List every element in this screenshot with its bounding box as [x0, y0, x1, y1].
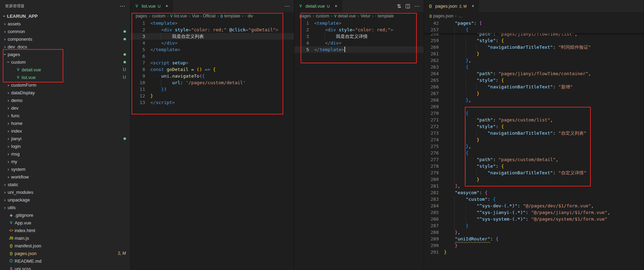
code-editor[interactable]: 42 "pages": [257 {258 "path": "pages/jia…	[424, 20, 644, 270]
code-line[interactable]: 11 })	[130, 86, 294, 93]
split-icon[interactable]	[406, 4, 410, 8]
code-line[interactable]: 6	[130, 53, 294, 59]
code-line[interactable]: 266 "navigationBarTitleText": "新增"	[424, 84, 644, 90]
code-line[interactable]: 13</script>	[130, 99, 294, 106]
code-line[interactable]: 289 "uniIdRouter": {	[424, 236, 644, 242]
more-icon[interactable]: ⋯	[414, 3, 420, 9]
tree-item-detail.vue[interactable]: Vdetail.vueU	[0, 66, 130, 73]
tree-item-assets[interactable]: ›assets	[0, 20, 130, 27]
code-line[interactable]: 279 "navigationBarTitleText": "自定义详情"	[424, 169, 644, 176]
code-line[interactable]: 278 "style": {	[424, 163, 644, 169]
code-line[interactable]: 267 }	[424, 90, 644, 97]
code-line[interactable]: 3 我是自定义详情	[294, 33, 424, 40]
tree-item-my[interactable]: ›my	[0, 158, 130, 165]
code-line[interactable]: 3 我是自定义列表	[130, 33, 294, 40]
tree-item-.gitignore[interactable]: ◆.gitignore	[0, 211, 130, 219]
code-line[interactable]: 12}	[130, 93, 294, 99]
tree-item-workflow[interactable]: ›workflow	[0, 173, 130, 181]
code-line[interactable]: 273 "navigationBarTitleText": "自定义列表"	[424, 130, 644, 136]
tree-item-uni.scss[interactable]: Suni.scss	[0, 265, 130, 270]
code-line[interactable]: 287 }	[424, 222, 644, 229]
code-line[interactable]: 284 "^sys-dev-(.*)": "@/pages/dev/$1/for…	[424, 202, 644, 209]
code-line[interactable]: 7<script setup>	[130, 59, 294, 66]
tree-item-msg[interactable]: ›msg	[0, 150, 130, 158]
tree-item-main.js[interactable]: JSmain.js	[0, 234, 130, 242]
tree-item-App.vue[interactable]: VApp.vue	[0, 219, 130, 227]
breadcrumb-item[interactable]: {}pages.json	[429, 14, 453, 18]
code-line[interactable]: 277 "path": "pages/custom/detail",	[424, 156, 644, 163]
project-root-row[interactable]: › LEARUN_APP	[0, 12, 130, 20]
tree-item-components[interactable]: ›components	[0, 35, 130, 43]
code-line[interactable]: 281 ],	[424, 183, 644, 189]
code-line[interactable]: 42 "pages": [	[424, 20, 644, 26]
code-line[interactable]: 263 {	[424, 64, 644, 70]
more-actions-icon[interactable]: ⋯	[120, 3, 125, 9]
tree-item-dev_docs[interactable]: ›dev_docs	[0, 43, 130, 50]
tree-item-uni_modules[interactable]: ›uni_modules	[0, 188, 130, 196]
tree-item-system[interactable]: ›system	[0, 165, 130, 173]
code-line[interactable]: 4 </div>	[294, 40, 424, 46]
breadcrumb-item[interactable]: custom	[316, 14, 329, 18]
code-editor[interactable]: 1<template>2 <div style="color: red;">3 …	[294, 20, 424, 270]
tree-item-pages[interactable]: ›pages	[0, 50, 130, 58]
tab-detail-vue[interactable]: Vdetail.vueU×	[294, 0, 343, 12]
code-line[interactable]: 288 },	[424, 229, 644, 236]
code-line[interactable]: 275 },	[424, 143, 644, 150]
code-line[interactable]: 282 "easycom": {	[424, 189, 644, 196]
code-line[interactable]: 8const goDetail = () => {	[130, 66, 294, 73]
breadcrumb-item[interactable]: pages	[300, 14, 311, 18]
breadcrumb-item[interactable]: pages	[136, 14, 147, 18]
code-line[interactable]: 285 "^sys-jianyi-(.*)": "@/pages/jianyi/…	[424, 209, 644, 216]
tree-item-index.html[interactable]: <>index.html	[0, 227, 130, 234]
code-line[interactable]: 5</template>	[294, 46, 424, 53]
code-line[interactable]: 10 url: '/pages/custom/detail'	[130, 79, 294, 86]
code-line[interactable]: 4 </div>	[130, 40, 294, 46]
code-line[interactable]: 291}	[424, 249, 644, 255]
code-line[interactable]: 9 uni.navigateTo({	[130, 73, 294, 79]
code-line[interactable]: 260 "navigationBarTitleText": "时间组件验证"	[424, 44, 644, 50]
tree-item-static[interactable]: ›static	[0, 181, 130, 188]
breadcrumb-item[interactable]: ◦div	[245, 14, 253, 18]
code-line[interactable]: 261 }	[424, 50, 644, 57]
compare-icon[interactable]: ⇅	[397, 3, 401, 9]
tree-item-login[interactable]: ›login	[0, 142, 130, 150]
code-line[interactable]: 269	[424, 103, 644, 110]
code-line[interactable]: 258 "path": "pages/jianyi/flowTime/list"…	[424, 33, 644, 37]
code-line[interactable]: 1<template>	[294, 20, 424, 26]
breadcrumb-item[interactable]: {}template	[220, 14, 240, 18]
breadcrumb-item[interactable]: ◦template	[375, 14, 393, 18]
close-icon[interactable]: ×	[333, 4, 339, 8]
tree-item-common[interactable]: ›common	[0, 27, 130, 35]
tree-item-func[interactable]: ›func	[0, 112, 130, 119]
breadcrumb-item[interactable]: custom	[152, 14, 166, 18]
code-line[interactable]: 272 "style": {	[424, 123, 644, 130]
tree-item-dataDisplay[interactable]: ›dataDisplay	[0, 89, 130, 96]
code-line[interactable]: 2 <div style="color: red;">	[294, 26, 424, 33]
code-editor[interactable]: 1<template>2 <div style="color: red;" @c…	[130, 20, 294, 270]
breadcrumb-item[interactable]: Vue - Official	[192, 14, 215, 18]
code-line[interactable]: 257 {	[424, 26, 644, 33]
tree-item-pages.json[interactable]: {}pages.json2, M	[0, 249, 130, 257]
tree-item-home[interactable]: ›home	[0, 119, 130, 127]
more-icon[interactable]: ⋯	[285, 3, 290, 9]
tree-item-README.md[interactable]: ⓘREADME.md	[0, 257, 130, 265]
close-icon[interactable]: ×	[164, 4, 169, 8]
code-line[interactable]: 1<template>	[130, 20, 294, 26]
tree-item-demo[interactable]: ›demo	[0, 96, 130, 104]
code-line[interactable]: 270 {	[424, 110, 644, 117]
tree-item-dev[interactable]: ›dev	[0, 104, 130, 112]
code-line[interactable]: 264 "path": "pages/jianyi/flowTime/conta…	[424, 70, 644, 77]
code-line[interactable]: 280 }	[424, 176, 644, 183]
code-line[interactable]: 286 "^sys-system-(.*)": "@/pages/system/…	[424, 216, 644, 222]
tree-item-customForm[interactable]: ›customForm	[0, 81, 130, 89]
breadcrumb-item[interactable]: Vdetail.vue	[334, 14, 356, 18]
tree-item-list.vue[interactable]: Vlist.vueU	[0, 73, 130, 81]
code-line[interactable]: 5</template>	[130, 46, 294, 53]
code-line[interactable]: 268 },	[424, 97, 644, 103]
breadcrumb-item[interactable]: Vetur	[360, 14, 370, 18]
tree-item-utils[interactable]: ›utils	[0, 204, 130, 211]
tree-item-jianyi[interactable]: ›jianyi	[0, 135, 130, 142]
code-line[interactable]: 271 "path": "pages/custom/list",	[424, 117, 644, 123]
tree-item-unpackage[interactable]: ›unpackage	[0, 196, 130, 204]
code-line[interactable]: 2 <div style="color: red;" @click="goDet…	[130, 26, 294, 33]
